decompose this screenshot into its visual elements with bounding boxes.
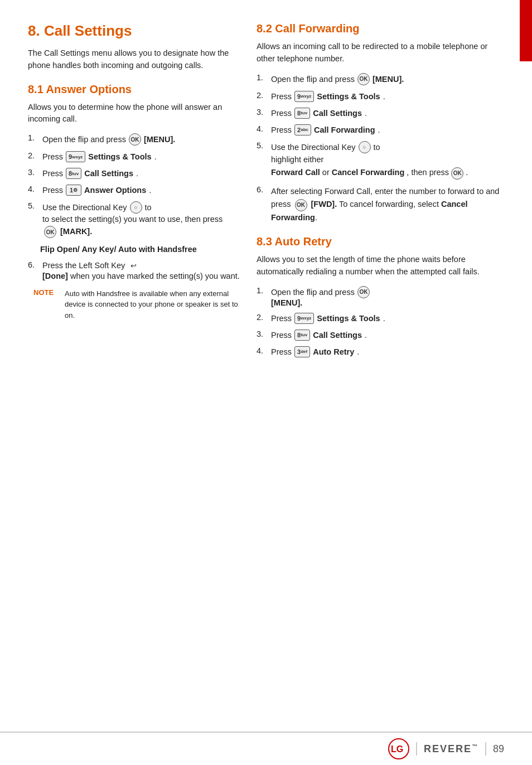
ar-step1-num: 1. bbox=[257, 286, 269, 295]
ar-step2-content: Press 9wxyz Settings & Tools. bbox=[271, 313, 504, 324]
r-step5-cancel: Cancel Forwarding bbox=[332, 168, 405, 177]
step-3: 3. Press 8tuv Call Settings. bbox=[28, 168, 240, 179]
step2-9-icon: 9wxyz bbox=[66, 151, 85, 162]
step1-text-after: [MENU]. bbox=[144, 135, 175, 144]
r-step3-text: Call Settings bbox=[313, 109, 362, 118]
ar-step2-num: 2. bbox=[257, 313, 269, 322]
step6-done: [Done] bbox=[42, 272, 68, 280]
ar-step-4: 4. Press 3def Auto Retry. bbox=[257, 346, 504, 357]
r-step3-text-before: Press bbox=[271, 109, 292, 118]
ar-step4-row: Press 3def Auto Retry. bbox=[271, 346, 504, 357]
r-step4-2-icon: 2abc bbox=[294, 124, 311, 135]
r-step6-fwd-text: [FWD]. bbox=[311, 200, 337, 209]
sub2-title: 8.2 Call Forwarding bbox=[257, 22, 504, 35]
r-step1-row: Open the flip and press OK [MENU]. bbox=[271, 73, 504, 85]
r-step4-row: Press 2abc Call Forwarding. bbox=[271, 124, 504, 135]
r-step2-num: 2. bbox=[257, 91, 269, 100]
r-step5-num: 5. bbox=[257, 141, 269, 150]
step-1: 1. Open the flip and press OK [MENU]. bbox=[28, 133, 240, 146]
left-column: 8. Call Settings The Call Settings menu … bbox=[28, 22, 240, 720]
ar-step1-row: Open the flip and press OK bbox=[271, 286, 504, 298]
r-step3-period: . bbox=[365, 109, 367, 118]
sub1-body: Allows you to determine how the phone wi… bbox=[28, 101, 240, 126]
sub2-body: Allows an incoming call to be redirected… bbox=[257, 41, 504, 65]
step1-num: 1. bbox=[28, 133, 40, 142]
ar-step3-row: Press 8tuv Call Settings. bbox=[271, 330, 504, 341]
step2-num: 2. bbox=[28, 151, 40, 160]
step5-text-cont: to select the setting(s) you want to use… bbox=[42, 215, 223, 224]
sub1-title: 8.1 Answer Options bbox=[28, 83, 240, 96]
r-step-1: 1. Open the flip and press OK [MENU]. bbox=[257, 73, 504, 85]
r-step6-content: After selecting Forward Call, enter the … bbox=[271, 185, 504, 224]
r-step-6: 6. After selecting Forward Call, enter t… bbox=[257, 185, 504, 224]
ar-step-1: 1. Open the flip and press OK [MENU]. bbox=[257, 286, 504, 307]
ar-step1-content: Open the flip and press OK [MENU]. bbox=[271, 286, 504, 307]
r-step4-content: Press 2abc Call Forwarding. bbox=[271, 124, 504, 135]
r-step3-row: Press 8tuv Call Settings. bbox=[271, 108, 504, 119]
r-step-3: 3. Press 8tuv Call Settings. bbox=[257, 108, 504, 119]
r-step2-period: . bbox=[383, 92, 385, 101]
r-step5-to: to bbox=[374, 143, 380, 152]
svg-text:LG: LG bbox=[391, 744, 403, 754]
sub-note-text: Flip Open/ Any Key/ Auto with Handsfree bbox=[40, 244, 240, 256]
step5-cont: to select the setting(s) you want to use… bbox=[42, 214, 240, 238]
ar-step3-num: 3. bbox=[257, 330, 269, 338]
r-step-4: 4. Press 2abc Call Forwarding. bbox=[257, 124, 504, 135]
r-step1-ok-icon: OK bbox=[357, 73, 370, 85]
r-step5-highlight: highlight either bbox=[271, 155, 323, 164]
step4-text-before: Press bbox=[42, 186, 63, 195]
footer-divider-2 bbox=[485, 742, 486, 756]
note-text: Auto with Handsfree is available when an… bbox=[65, 288, 240, 321]
r-step5-text-before: Use the Directional Key bbox=[271, 143, 356, 152]
brand-text: REVERE bbox=[424, 743, 472, 754]
ar-step3-8-icon: 8tuv bbox=[294, 330, 310, 341]
r-step5-end: . bbox=[466, 168, 468, 177]
ar-step4-period: . bbox=[357, 347, 359, 356]
ar-step1-menu-text: [MENU]. bbox=[271, 298, 302, 307]
ar-step-2: 2. Press 9wxyz Settings & Tools. bbox=[257, 313, 504, 324]
r-step2-9-icon: 9wxyz bbox=[294, 91, 314, 102]
ar-step2-row: Press 9wxyz Settings & Tools. bbox=[271, 313, 504, 324]
step4-text: Answer Options bbox=[84, 186, 146, 195]
r-step1-menu: [MENU]. bbox=[373, 75, 404, 84]
ar-step1-ok-icon: OK bbox=[357, 286, 370, 298]
step5-dir-icon: ○ bbox=[130, 201, 142, 214]
r-step4-text-before: Press bbox=[271, 125, 292, 134]
footer-page-number: 89 bbox=[493, 743, 504, 755]
footer: LG REVERE™ 89 bbox=[0, 732, 532, 765]
r-step5-cont: highlight either Forward Call or Cancel … bbox=[271, 153, 504, 180]
step-5: 5. Use the Directional Key ○ to to selec… bbox=[28, 201, 240, 238]
ar-step1-menu: [MENU]. bbox=[271, 298, 504, 307]
step4-row: Press 1⚙ Answer Options. bbox=[42, 185, 240, 196]
step1-ok-icon: OK bbox=[129, 133, 141, 146]
step-4: 4. Press 1⚙ Answer Options. bbox=[28, 185, 240, 196]
step6-text-cont: [Done] when you have marked the setting(… bbox=[42, 270, 240, 283]
r-step2-row: Press 9wxyz Settings & Tools. bbox=[271, 91, 504, 102]
sub3-title: 8.3 Auto Retry bbox=[257, 235, 504, 248]
r-step-5: 5. Use the Directional Key ○ to highligh… bbox=[257, 141, 504, 180]
ar-step1-text-before: Open the flip and press bbox=[271, 288, 355, 297]
step5-mark: [MARK]. bbox=[60, 227, 92, 236]
ar-step-3: 3. Press 8tuv Call Settings. bbox=[257, 330, 504, 341]
step3-row: Press 8tuv Call Settings. bbox=[42, 168, 240, 179]
sub-note: Flip Open/ Any Key/ Auto with Handsfree bbox=[28, 244, 240, 256]
step3-content: Press 8tuv Call Settings. bbox=[42, 168, 240, 179]
r-step5-row: Use the Directional Key ○ to bbox=[271, 141, 504, 153]
r-step6-text: After selecting Forward Call, enter the … bbox=[271, 187, 499, 222]
r-step1-num: 1. bbox=[257, 73, 269, 82]
step3-text-before: Press bbox=[42, 169, 63, 178]
ar-step2-9-icon: 9wxyz bbox=[294, 313, 314, 324]
r-step4-period: . bbox=[378, 125, 380, 134]
step3-num: 3. bbox=[28, 168, 40, 177]
step5-ok-icon: OK bbox=[44, 226, 56, 238]
r-step6-num: 6. bbox=[257, 185, 269, 194]
right-column: 8.2 Call Forwarding Allows an incoming c… bbox=[257, 22, 504, 720]
r-step2-text-before: Press bbox=[271, 92, 292, 101]
r-step3-content: Press 8tuv Call Settings. bbox=[271, 108, 504, 119]
r-step-2: 2. Press 9wxyz Settings & Tools. bbox=[257, 91, 504, 102]
r-step1-content: Open the flip and press OK [MENU]. bbox=[271, 73, 504, 85]
r-step2-content: Press 9wxyz Settings & Tools. bbox=[271, 91, 504, 102]
r-step5-then: , then press bbox=[407, 168, 451, 177]
step1-content: Open the flip and press OK [MENU]. bbox=[42, 133, 240, 146]
r-step4-text: Call Forwarding bbox=[314, 125, 375, 134]
